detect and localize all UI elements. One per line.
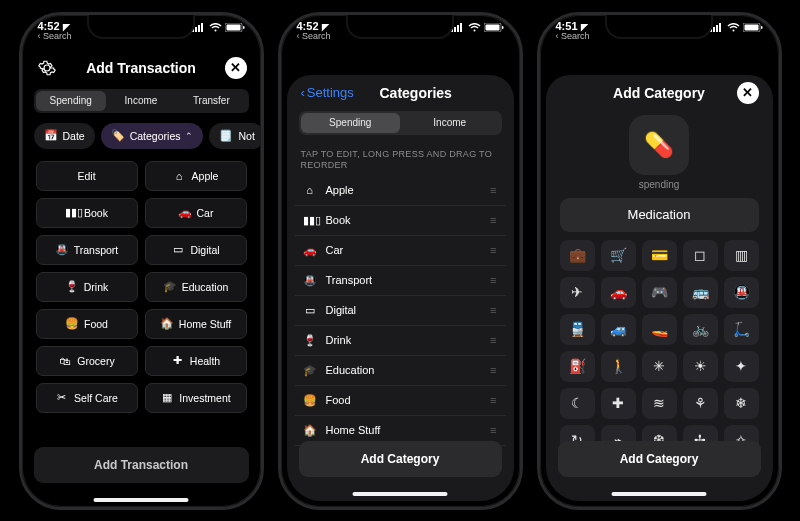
icon-option[interactable]: ⛽ [560, 351, 595, 382]
icon-option[interactable]: 🚌 [683, 277, 718, 308]
icon-option[interactable]: 🛴 [724, 314, 759, 345]
category-self-care[interactable]: ✂Self Care [36, 383, 138, 413]
home-indicator [612, 492, 707, 496]
icon-option[interactable]: ❄ [724, 388, 759, 419]
list-item-food[interactable]: 🍔Food≡ [295, 386, 506, 416]
category-label: Home Stuff [326, 424, 381, 436]
notch [605, 15, 713, 39]
category-investment[interactable]: ▦Investment [145, 383, 247, 413]
svg-rect-10 [460, 23, 462, 32]
category-health[interactable]: ✚Health [145, 346, 247, 376]
drag-handle-icon[interactable]: ≡ [490, 214, 497, 226]
icon-option[interactable]: 🚗 [601, 277, 636, 308]
category-icon: ▮▮▯ [303, 214, 317, 227]
category-drink[interactable]: 🍷Drink [36, 272, 138, 302]
icon-option[interactable]: ≋ [642, 388, 677, 419]
category-label: Drink [326, 334, 352, 346]
icon-option[interactable]: 🚙 [601, 314, 636, 345]
icon-option[interactable]: ◻︎ [683, 240, 718, 271]
drag-handle-icon[interactable]: ≡ [490, 394, 497, 406]
seg-income[interactable]: Income [106, 91, 176, 111]
category-car[interactable]: 🚗Car [145, 198, 247, 228]
icon-option[interactable]: 💳 [642, 240, 677, 271]
category-book[interactable]: ▮▮▯Book [36, 198, 138, 228]
category-home-stuff[interactable]: 🏠Home Stuff [145, 309, 247, 339]
icon-option[interactable]: ☾ [560, 388, 595, 419]
list-item-transport[interactable]: 🚇Transport≡ [295, 266, 506, 296]
gear-icon[interactable] [36, 57, 58, 79]
category-icon: 🏠 [160, 317, 173, 330]
add-category-button[interactable]: Add Category [299, 441, 502, 477]
icon-option[interactable]: ✦ [724, 351, 759, 382]
seg-transfer[interactable]: Transfer [176, 91, 246, 111]
drag-handle-icon[interactable]: ≡ [490, 274, 497, 286]
svg-rect-1 [195, 27, 197, 32]
category-icon: 🍷 [303, 334, 317, 347]
category-digital[interactable]: ▭Digital [145, 235, 247, 265]
drag-handle-icon[interactable]: ≡ [490, 184, 497, 196]
chip-date[interactable]: 📅Date [34, 123, 95, 149]
wifi-icon [727, 23, 740, 32]
category-icon: 🛍 [58, 355, 71, 367]
drag-handle-icon[interactable]: ≡ [490, 364, 497, 376]
category-label: Apple [326, 184, 354, 196]
list-item-apple[interactable]: ⌂Apple≡ [295, 176, 506, 206]
list-item-drink[interactable]: 🍷Drink≡ [295, 326, 506, 356]
icon-option[interactable]: ✚ [601, 388, 636, 419]
drag-handle-icon[interactable]: ≡ [490, 304, 497, 316]
category-education[interactable]: 🎓Education [145, 272, 247, 302]
icon-option[interactable]: 🚶 [601, 351, 636, 382]
drag-handle-icon[interactable]: ≡ [490, 244, 497, 256]
sheet: ‹Settings Categories Spending Income TAP… [287, 75, 514, 501]
breadcrumb-search[interactable]: ‹ Search [297, 32, 331, 41]
page-title: Add Transaction [58, 60, 225, 76]
list-item-digital[interactable]: ▭Digital≡ [295, 296, 506, 326]
wifi-icon [468, 23, 481, 32]
icon-option[interactable]: 💼 [560, 240, 595, 271]
drag-handle-icon[interactable]: ≡ [490, 334, 497, 346]
add-transaction-button[interactable]: Add Transaction [34, 447, 249, 483]
svg-rect-2 [198, 25, 200, 32]
category-name-field[interactable]: Medication [560, 198, 759, 232]
category-grocery[interactable]: 🛍Grocery [36, 346, 138, 376]
back-settings[interactable]: ‹Settings [301, 85, 354, 100]
drag-handle-icon[interactable]: ≡ [490, 424, 497, 436]
seg-spending[interactable]: Spending [36, 91, 106, 111]
icon-option[interactable]: ⚘ [683, 388, 718, 419]
category-transport[interactable]: 🚇Transport [36, 235, 138, 265]
category-label: Food [84, 318, 108, 330]
list-item-book[interactable]: ▮▮▯Book≡ [295, 206, 506, 236]
segmented-type[interactable]: Spending Income Transfer [34, 89, 249, 113]
icon-option[interactable]: ▥ [724, 240, 759, 271]
icon-option[interactable]: 🎮 [642, 277, 677, 308]
seg-income[interactable]: Income [400, 113, 500, 133]
chip-note[interactable]: 🗒️Not [209, 123, 260, 149]
list-item-education[interactable]: 🎓Education≡ [295, 356, 506, 386]
icon-option[interactable]: 🛒 [601, 240, 636, 271]
icon-option[interactable]: 🚤 [642, 314, 677, 345]
add-category-button[interactable]: Add Category [558, 441, 761, 477]
icon-option[interactable]: 🚇 [724, 277, 759, 308]
icon-option[interactable]: ☀ [683, 351, 718, 382]
phone-add-category: 4:51◤ ‹ Search Add Category ✕ 💊 spending… [537, 12, 782, 510]
category-food[interactable]: 🍔Food [36, 309, 138, 339]
breadcrumb-search[interactable]: ‹ Search [556, 32, 590, 41]
category-icon: 🎓 [163, 280, 176, 293]
home-indicator [353, 492, 448, 496]
segmented-type[interactable]: Spending Income [299, 111, 502, 135]
category-list: ⌂Apple≡▮▮▯Book≡🚗Car≡🚇Transport≡▭Digital≡… [287, 176, 514, 446]
breadcrumb-search[interactable]: ‹ Search [38, 32, 72, 41]
close-button[interactable]: ✕ [225, 57, 247, 79]
close-button[interactable]: ✕ [737, 82, 759, 104]
chip-categories[interactable]: 🏷️Categories⌃ [101, 123, 204, 149]
icon-option[interactable]: ✈ [560, 277, 595, 308]
selected-icon-preview[interactable]: 💊 [629, 115, 689, 175]
list-item-car[interactable]: 🚗Car≡ [295, 236, 506, 266]
category-edit[interactable]: Edit [36, 161, 138, 191]
chevron-left-icon: ‹ [301, 85, 305, 100]
category-apple[interactable]: ⌂Apple [145, 161, 247, 191]
seg-spending[interactable]: Spending [301, 113, 401, 133]
icon-option[interactable]: 🚲 [683, 314, 718, 345]
icon-option[interactable]: ✳ [642, 351, 677, 382]
icon-option[interactable]: 🚆 [560, 314, 595, 345]
